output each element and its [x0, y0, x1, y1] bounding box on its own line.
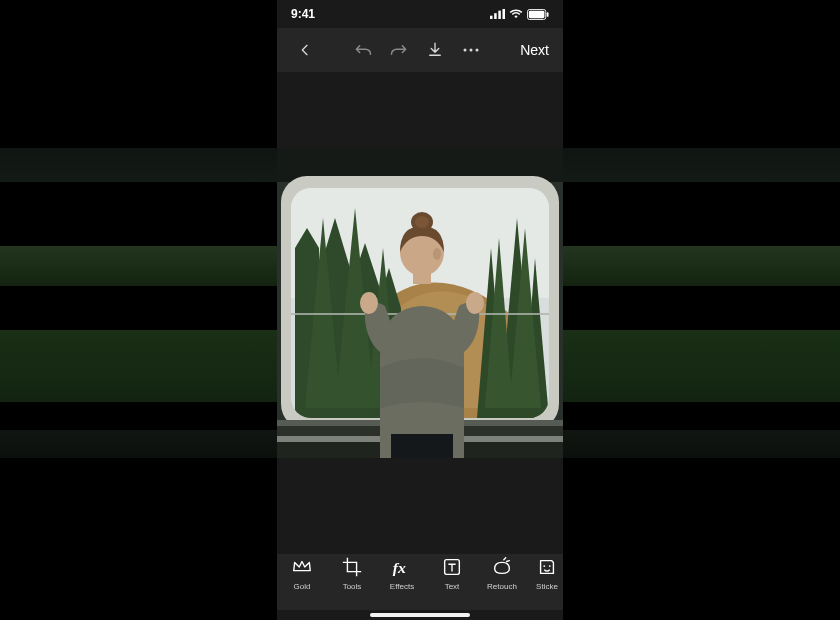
- tool-effects[interactable]: fx Effects: [377, 556, 427, 591]
- svg-point-7: [463, 49, 466, 52]
- tool-label: Effects: [390, 582, 414, 591]
- toolstrip: Gold Tools fx Effects Text: [277, 554, 563, 610]
- more-button[interactable]: [453, 32, 489, 68]
- tool-retouch[interactable]: Retouch: [477, 556, 527, 591]
- svg-point-22: [466, 292, 484, 314]
- photo-preview: [277, 148, 563, 458]
- text-icon: [441, 556, 463, 578]
- svg-point-21: [360, 292, 378, 314]
- status-bar: 9:41: [277, 0, 563, 28]
- tool-tools[interactable]: Tools: [327, 556, 377, 591]
- fx-icon: fx: [391, 556, 413, 578]
- tool-label: Gold: [294, 582, 311, 591]
- status-indicators: [490, 9, 549, 20]
- editor-canvas[interactable]: [277, 72, 563, 554]
- svg-point-32: [549, 565, 551, 567]
- svg-rect-6: [547, 12, 549, 17]
- app-stage: 9:41: [0, 0, 840, 620]
- svg-rect-3: [503, 9, 506, 19]
- svg-point-8: [469, 49, 472, 52]
- svg-point-9: [475, 49, 478, 52]
- svg-point-31: [543, 565, 545, 567]
- crown-icon: [291, 556, 313, 578]
- retouch-icon: [491, 556, 513, 578]
- back-button[interactable]: [287, 32, 323, 68]
- home-indicator[interactable]: [370, 613, 470, 617]
- svg-text:fx: fx: [393, 559, 406, 576]
- svg-point-27: [433, 248, 441, 260]
- download-button[interactable]: [417, 32, 453, 68]
- tool-label: Retouch: [487, 582, 517, 591]
- sticker-icon: [536, 556, 558, 578]
- svg-point-26: [415, 216, 429, 228]
- tool-text[interactable]: Text: [427, 556, 477, 591]
- svg-rect-28: [391, 434, 453, 458]
- signal-icon: [490, 9, 505, 19]
- next-button[interactable]: Next: [510, 42, 553, 58]
- status-time: 9:41: [291, 7, 315, 21]
- svg-rect-1: [494, 13, 497, 19]
- battery-icon: [527, 9, 549, 20]
- phone-frame: 9:41: [277, 0, 563, 620]
- undo-button[interactable]: [345, 32, 381, 68]
- svg-rect-5: [529, 10, 545, 17]
- crop-icon: [341, 556, 363, 578]
- tool-label: Tools: [343, 582, 362, 591]
- editor-topbar: Next: [277, 28, 563, 72]
- tool-label: Text: [445, 582, 460, 591]
- svg-rect-2: [498, 11, 501, 19]
- svg-rect-0: [490, 16, 493, 19]
- tool-sticker[interactable]: Sticke: [527, 556, 563, 591]
- wifi-icon: [509, 9, 523, 19]
- redo-button[interactable]: [381, 32, 417, 68]
- tool-label: Sticke: [536, 582, 558, 591]
- tool-gold[interactable]: Gold: [277, 556, 327, 591]
